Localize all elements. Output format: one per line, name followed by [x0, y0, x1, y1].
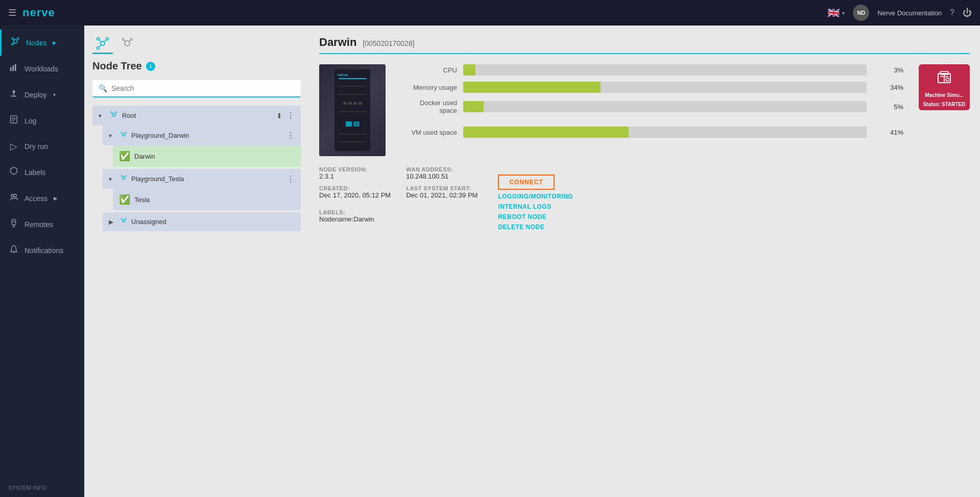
- playground-tesla-label: Playground_Tesla: [131, 175, 282, 183]
- topbar-left: ☰ nerve: [8, 6, 55, 19]
- connect-button[interactable]: CONNECT: [498, 175, 554, 190]
- svg-point-28: [122, 38, 124, 40]
- labels-value: Nodename:Darwin: [319, 215, 477, 223]
- svg-line-41: [125, 133, 125, 134]
- access-icon: [8, 192, 19, 204]
- svg-point-15: [14, 194, 16, 197]
- sidebar-item-dryrun[interactable]: ▷ Dry run: [0, 134, 84, 159]
- darwin-chevron-icon: ▾: [109, 132, 116, 139]
- docker-label: Docker used space: [401, 99, 457, 114]
- sidebar-label-dryrun: Dry run: [25, 142, 48, 151]
- last-start-field: LAST SYSTEM START: Dec 01, 2021, 02:39 P…: [406, 185, 477, 199]
- tab-tree[interactable]: [92, 34, 113, 54]
- delete-node-link[interactable]: DELETE NODE: [498, 223, 573, 231]
- hamburger-icon[interactable]: ☰: [8, 7, 16, 18]
- tree-playground-tesla: ▾ Playg: [103, 169, 301, 210]
- sidebar: Nodes ▶ Workloads Deploy ▾: [0, 26, 84, 497]
- sidebar-item-nodes[interactable]: Nodes ▶: [0, 30, 84, 56]
- tree-row-tesla[interactable]: ✅ Tesla: [113, 189, 301, 210]
- darwin-parent-icon: [120, 131, 127, 140]
- root-menu-icon[interactable]: ⋮: [286, 111, 295, 120]
- svg-point-43: [121, 175, 122, 177]
- metric-docker: Docker used space 4.7/95.8 GB 5%: [401, 99, 903, 114]
- action-buttons: CONNECT LOGGING/MONITORING INTERNAL LOGS…: [498, 175, 573, 231]
- notifications-icon: [8, 244, 19, 256]
- internal-logs-link[interactable]: INTERNAL LOGS: [498, 203, 573, 210]
- reboot-node-link[interactable]: REBOOT NODE: [498, 213, 573, 220]
- memory-bar-wrap: [463, 82, 867, 93]
- avatar[interactable]: ND: [853, 5, 869, 21]
- cpu-value: 3%: [873, 66, 903, 74]
- tree-row-root[interactable]: ▾ Root ⬇ ⋮: [92, 106, 301, 126]
- svg-point-29: [130, 38, 132, 40]
- sidebar-item-notifications[interactable]: Notifications: [0, 237, 84, 263]
- playground-darwin-menu-icon[interactable]: ⋮: [286, 131, 295, 140]
- main-content: Node Tree i 🔍 ▾: [84, 26, 980, 497]
- sidebar-item-workloads[interactable]: Workloads: [0, 56, 84, 82]
- search-box: 🔍: [92, 80, 301, 97]
- tesla-label: Tesla: [134, 196, 295, 204]
- playground-tesla-menu-icon[interactable]: ⋮: [286, 174, 295, 184]
- root-download-icon[interactable]: ⬇: [276, 112, 282, 120]
- sidebar-label-access: Access: [25, 194, 47, 203]
- info-col-right: WAN ADDRESS: 10.248.100.51 LAST SYSTEM S…: [406, 166, 477, 204]
- tree-row-playground-darwin[interactable]: ▾ Playg: [103, 126, 301, 145]
- root-children: ▾ Playg: [92, 126, 301, 231]
- svg-line-45: [122, 177, 123, 177]
- flag-dropdown-icon: ▾: [842, 10, 845, 16]
- language-selector[interactable]: 🇬🇧 ▾: [827, 7, 845, 19]
- sidebar-item-access[interactable]: Access ▶: [0, 185, 84, 211]
- svg-point-22: [106, 37, 109, 40]
- darwin-status-icon: ✅: [119, 151, 130, 162]
- metric-cpu: CPU 3%: [401, 64, 903, 76]
- svg-line-35: [112, 113, 113, 114]
- cpu-bar: [463, 64, 475, 76]
- wan-value: 10.248.100.51: [406, 172, 477, 180]
- node-version-field: NODE VERSION: 2.3.1: [319, 166, 391, 180]
- sidebar-item-remotes[interactable]: Remotes: [0, 211, 84, 237]
- tesla-chevron-icon: ▾: [109, 176, 116, 183]
- tree-root: ▾ Root ⬇ ⋮: [92, 106, 301, 233]
- tab-list[interactable]: [117, 34, 137, 54]
- help-icon[interactable]: ?: [950, 8, 954, 17]
- svg-rect-9: [15, 64, 16, 71]
- search-input[interactable]: [111, 84, 295, 92]
- metric-docker-wrap: Docker used space 4.7/95.8 GB 5%: [401, 99, 903, 114]
- vm-bar-wrap: 100.4/247.3 GB: [463, 127, 867, 138]
- logging-monitoring-link[interactable]: LOGGING/MONITORING: [498, 193, 573, 200]
- logout-icon[interactable]: ⏻: [963, 8, 972, 18]
- docker-value: 5%: [873, 103, 903, 111]
- sidebar-item-labels[interactable]: Labels: [0, 159, 84, 185]
- device-img-inner: nerve: [319, 64, 386, 156]
- tree-row-playground-tesla[interactable]: ▾ Playg: [103, 169, 301, 189]
- sidebar-item-log[interactable]: Log: [0, 108, 84, 134]
- unassigned-chevron-icon: ▶: [109, 218, 116, 226]
- topbar: ☰ nerve 🇬🇧 ▾ ND Nerve Documentation ? ⏻: [0, 0, 980, 26]
- memory-label: Memory usage: [401, 84, 457, 91]
- labels-section: LABELS: Nodename:Darwin: [319, 209, 477, 223]
- info-icon[interactable]: i: [146, 62, 155, 71]
- sidebar-item-deploy[interactable]: Deploy ▾: [0, 82, 84, 108]
- workloads-icon: [8, 63, 19, 74]
- playground-darwin-label: Playground_Darwin: [131, 132, 282, 139]
- device-top-section: nerve: [319, 64, 970, 156]
- svg-line-36: [115, 113, 116, 114]
- tesla-children: ✅ Tesla: [103, 189, 301, 210]
- system-info: SYSTEM INFO: [0, 479, 84, 497]
- created-label: CREATED:: [319, 185, 391, 191]
- logo: nerve: [22, 6, 55, 19]
- search-icon: 🔍: [99, 84, 107, 92]
- machine-card[interactable]: Machine Simu... Status: STARTED: [919, 64, 970, 110]
- svg-point-3: [12, 43, 14, 45]
- svg-line-25: [104, 40, 106, 42]
- svg-point-56: [946, 78, 949, 81]
- metric-memory: Memory usage 34%: [401, 82, 903, 93]
- svg-line-24: [99, 40, 101, 42]
- svg-point-1: [12, 38, 14, 40]
- root-label: Root: [122, 112, 272, 119]
- root-chevron-icon: ▾: [99, 112, 106, 119]
- tree-row-darwin[interactable]: ✅ Darwin: [113, 145, 301, 167]
- metric-vm-wrap: VM used space 100.4/247.3 GB 41%: [401, 127, 903, 138]
- tree-row-unassigned[interactable]: ▶ Unass: [103, 212, 301, 231]
- layout: Nodes ▶ Workloads Deploy ▾: [0, 26, 980, 497]
